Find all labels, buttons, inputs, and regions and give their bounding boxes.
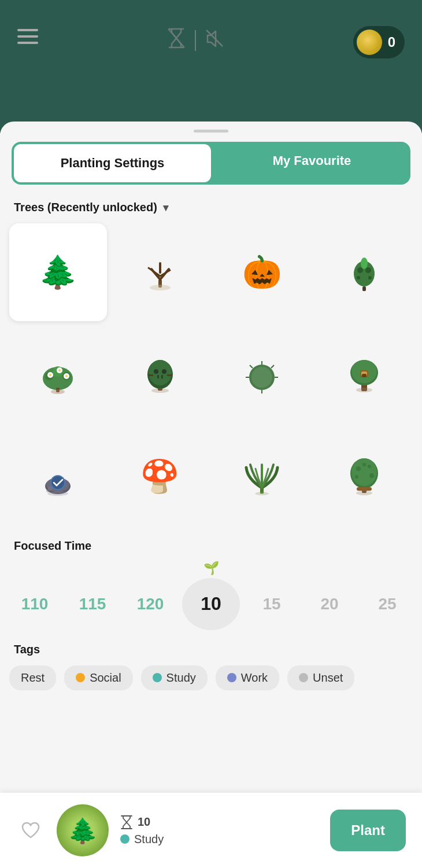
svg-point-14 xyxy=(357,276,360,279)
svg-point-55 xyxy=(51,476,65,490)
svg-point-58 xyxy=(47,491,68,496)
tree-item-alien[interactable] xyxy=(316,223,413,321)
plant-button[interactable]: Plant xyxy=(330,810,406,851)
header: 0 xyxy=(0,0,422,133)
svg-rect-33 xyxy=(157,375,159,378)
tree-item-mushroom[interactable]: 🍄 xyxy=(112,428,209,525)
tags-label: Tags xyxy=(0,636,422,661)
svg-line-44 xyxy=(250,365,253,368)
time-option-20[interactable]: 20 xyxy=(301,586,358,623)
svg-point-63 xyxy=(351,458,377,486)
tree-item-cactus-ball[interactable] xyxy=(213,326,311,424)
tab-my-favourite[interactable]: My Favourite xyxy=(213,142,410,185)
time-option-25[interactable]: 25 xyxy=(358,586,416,623)
favourite-button[interactable] xyxy=(16,816,45,845)
svg-point-30 xyxy=(149,360,172,385)
tree-item-pumpkin[interactable]: 🎃 xyxy=(213,223,311,321)
coin-icon xyxy=(357,30,382,55)
svg-rect-51 xyxy=(362,374,367,377)
plant-time-value: 10 xyxy=(138,815,150,829)
svg-rect-34 xyxy=(161,375,163,378)
sprout-icon: 🌱 xyxy=(0,561,422,576)
tree-item-coral[interactable] xyxy=(112,223,209,321)
tag-study-label: Study xyxy=(166,671,196,685)
header-center-icons xyxy=(167,28,224,53)
tag-unset-label: Unset xyxy=(313,671,343,685)
tag-work-label: Work xyxy=(241,671,268,685)
tree-item-spooky-tree[interactable] xyxy=(112,326,209,424)
tag-unset[interactable]: Unset xyxy=(287,665,354,690)
tag-unset-dot xyxy=(299,673,308,682)
svg-rect-12 xyxy=(362,286,366,291)
trees-section-label: Trees (Recently unlocked) ▾ xyxy=(0,194,422,219)
svg-point-13 xyxy=(361,258,368,269)
header-divider xyxy=(195,30,196,51)
tree-item-spotted-tree[interactable] xyxy=(316,428,413,525)
focused-time-label: Focused Time xyxy=(0,530,422,555)
svg-rect-36 xyxy=(167,374,172,376)
tree-item-bush-flowers[interactable] xyxy=(9,326,107,424)
tree-item-rock-sprout[interactable] xyxy=(9,428,107,525)
svg-rect-35 xyxy=(149,374,153,376)
svg-point-70 xyxy=(356,491,372,495)
tag-work-dot xyxy=(227,673,236,682)
svg-line-4 xyxy=(149,268,160,276)
svg-point-25 xyxy=(65,375,68,377)
svg-point-67 xyxy=(355,475,358,479)
plant-preview-emoji: 🌲 xyxy=(57,804,109,856)
tree-item-pine[interactable]: 🌲 xyxy=(9,223,107,321)
tag-social-label: Social xyxy=(90,671,121,685)
time-option-10[interactable]: 10 xyxy=(182,578,240,630)
tags-row: Rest Social Study Work Unset xyxy=(0,661,422,695)
time-option-120[interactable]: 120 xyxy=(121,586,179,623)
tab-planting-settings[interactable]: Planting Settings xyxy=(14,144,211,182)
time-option-115[interactable]: 115 xyxy=(64,586,121,623)
time-selector[interactable]: 🌱 110 115 120 10 15 20 25 xyxy=(0,555,422,636)
tag-rest[interactable]: Rest xyxy=(9,665,56,690)
sheet-handle xyxy=(194,130,228,133)
plant-preview: 🌲 xyxy=(57,804,109,856)
svg-point-57 xyxy=(46,489,50,492)
svg-point-31 xyxy=(154,369,158,374)
svg-point-52 xyxy=(356,388,372,392)
svg-point-39 xyxy=(251,367,272,388)
tab-switcher: Planting Settings My Favourite xyxy=(12,142,410,185)
coin-count: 0 xyxy=(388,34,395,50)
no-sound-icon[interactable] xyxy=(205,29,224,52)
tag-social-dot xyxy=(76,673,85,682)
svg-point-32 xyxy=(162,369,166,374)
svg-point-15 xyxy=(368,276,372,279)
hourglass-icon[interactable] xyxy=(167,28,186,53)
trees-grid: 🌲 🎃 xyxy=(0,219,422,530)
tree-item-agave[interactable] xyxy=(213,428,311,525)
menu-button[interactable] xyxy=(17,29,38,44)
svg-point-64 xyxy=(356,466,361,471)
plant-tag-row: Study xyxy=(120,833,319,846)
svg-point-27 xyxy=(51,389,65,394)
tag-study[interactable]: Study xyxy=(141,665,208,690)
time-option-110[interactable]: 110 xyxy=(6,586,64,623)
svg-point-37 xyxy=(151,388,169,393)
main-sheet: Planting Settings My Favourite Trees (Re… xyxy=(0,122,422,868)
tag-social[interactable]: Social xyxy=(64,665,132,690)
svg-point-23 xyxy=(58,369,61,372)
plant-tag-dot xyxy=(120,834,129,844)
svg-point-11 xyxy=(365,267,371,273)
tag-study-dot xyxy=(153,673,162,682)
time-option-15[interactable]: 15 xyxy=(243,586,301,623)
svg-line-45 xyxy=(271,365,274,368)
svg-point-8 xyxy=(150,285,171,290)
time-scroll-row: 110 115 120 10 15 20 25 xyxy=(0,578,422,630)
hourglass-small-icon xyxy=(120,815,133,829)
svg-point-66 xyxy=(369,473,374,478)
tree-item-treehouse[interactable] xyxy=(316,326,413,424)
bottom-bar: 🌲 10 Study Plant xyxy=(0,793,422,868)
coin-area: 0 xyxy=(353,26,405,58)
svg-point-68 xyxy=(362,463,366,466)
tag-work[interactable]: Work xyxy=(216,665,279,690)
plant-tag-label: Study xyxy=(134,833,164,846)
tag-rest-label: Rest xyxy=(21,671,45,685)
chevron-down-icon[interactable]: ▾ xyxy=(163,201,168,214)
plant-time-row: 10 xyxy=(120,815,319,829)
plant-info: 10 Study xyxy=(120,815,319,846)
